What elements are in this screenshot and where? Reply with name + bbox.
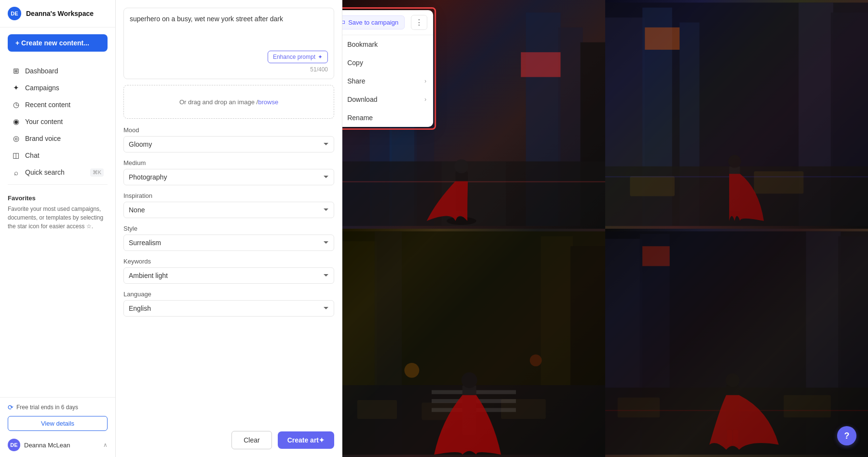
sidebar-item-your-content[interactable]: ◉ Your content	[4, 113, 111, 130]
user-info: DE Deanna McLean	[8, 439, 70, 451]
language-label: Language	[123, 291, 334, 298]
image-cell-3[interactable]	[342, 229, 605, 457]
medium-select[interactable]: Photography	[123, 169, 334, 185]
enhance-label: Enhance prompt	[273, 54, 315, 60]
sidebar-item-quick-search[interactable]: ⌕ Quick search ⌘K	[4, 164, 111, 180]
trial-info: ⟳ Free trial ends in 6 days	[8, 403, 108, 411]
context-menu-border: 🏷 Save to campaign ⋮ 🔖 Bookmark ⎘ Copy ⤴…	[342, 7, 436, 130]
svg-point-14	[454, 159, 468, 173]
sidebar-item-chat[interactable]: ◫ Chat	[4, 147, 111, 164]
more-options-button[interactable]: ⋮	[411, 15, 427, 30]
style-select[interactable]: Surrealism	[123, 235, 334, 251]
help-button[interactable]: ?	[837, 426, 856, 445]
sidebar-bottom: ⟳ Free trial ends in 6 days View details…	[0, 397, 115, 457]
svg-point-43	[461, 372, 477, 388]
workspace-name: Deanna's Workspace	[26, 10, 94, 17]
enhance-prompt-button[interactable]: Enhance prompt ✦	[268, 51, 328, 63]
image-cell-4[interactable]	[605, 229, 868, 457]
favorites-description: Favorite your most used campaigns, docum…	[8, 205, 108, 231]
share-item[interactable]: ⤴ Share ›	[342, 72, 433, 90]
svg-rect-11	[342, 181, 605, 182]
context-menu-header: 🏷 Save to campaign ⋮	[342, 10, 433, 35]
sidebar-item-label-your-content: Your content	[25, 118, 63, 125]
campaigns-icon: ✦	[12, 83, 20, 92]
context-menu-overlay: 🏷 Save to campaign ⋮ 🔖 Bookmark ⎘ Copy ⤴…	[342, 7, 436, 130]
bookmark-item[interactable]: 🔖 Bookmark	[342, 35, 433, 54]
download-item[interactable]: ⬇ Download ›	[342, 90, 433, 109]
workspace-avatar: DE	[8, 7, 21, 20]
sidebar-header: DE Deanna's Workspace	[0, 0, 115, 28]
download-label: Download	[347, 96, 377, 103]
bottom-actions: Clear Create art✦	[123, 423, 334, 449]
keywords-label: Keywords	[123, 258, 334, 265]
svg-rect-51	[642, 246, 670, 266]
sidebar-nav: ⊞ Dashboard ✦ Campaigns ◷ Recent content…	[0, 58, 115, 397]
sidebar-item-label-brand-voice: Brand voice	[25, 135, 61, 142]
sidebar-item-dashboard[interactable]: ⊞ Dashboard	[4, 63, 111, 79]
view-details-button[interactable]: View details	[8, 416, 108, 431]
sidebar-item-campaigns[interactable]: ✦ Campaigns	[4, 80, 111, 96]
drop-zone[interactable]: Or drag and drop an image / browse	[123, 85, 334, 119]
recent-content-icon: ◷	[12, 100, 20, 109]
image-cell-2[interactable]	[605, 0, 868, 229]
main-form-area: superhero on a busy, wet new york street…	[116, 0, 342, 457]
language-group: Language English	[123, 291, 334, 317]
keywords-select[interactable]: Ambient light	[123, 267, 334, 284]
rename-label: Rename	[347, 114, 373, 122]
dropzone-text: Or drag and drop an image /	[179, 98, 258, 106]
share-arrow-icon: ›	[424, 78, 426, 84]
language-select[interactable]: English	[123, 300, 334, 317]
user-name: Deanna McLean	[24, 442, 70, 449]
sidebar: DE Deanna's Workspace + Create new conte…	[0, 0, 116, 457]
sparkle-icon: ✦	[318, 54, 323, 60]
sidebar-item-brand-voice[interactable]: ◎ Brand voice	[4, 130, 111, 147]
medium-label: Medium	[123, 159, 334, 166]
svg-point-27	[728, 155, 741, 168]
chevron-up-icon[interactable]: ∧	[103, 442, 108, 448]
svg-point-36	[405, 362, 420, 377]
prompt-text[interactable]: superhero on a busy, wet new york street…	[130, 14, 328, 43]
search-icon: ⌕	[12, 168, 20, 177]
share-label: Share	[347, 77, 365, 85]
your-content-icon: ◉	[12, 117, 20, 126]
sidebar-item-label-dashboard: Dashboard	[25, 67, 58, 75]
medium-group: Medium Photography	[123, 159, 334, 185]
create-new-content-button[interactable]: + Create new content...	[8, 34, 108, 52]
sidebar-item-label-search: Quick search	[25, 168, 65, 176]
rename-item[interactable]: ✎ Rename	[342, 109, 433, 127]
sidebar-item-label-recent: Recent content	[25, 101, 70, 109]
favorites-title: Favorites	[8, 194, 108, 202]
browse-link[interactable]: browse	[258, 98, 278, 106]
download-arrow-icon: ›	[424, 96, 426, 103]
style-label: Style	[123, 225, 334, 232]
dashboard-icon: ⊞	[12, 67, 20, 75]
trial-icon: ⟳	[8, 403, 14, 411]
bookmark-label: Bookmark	[347, 41, 378, 48]
clear-button[interactable]: Clear	[231, 431, 271, 449]
copy-label: Copy	[347, 59, 363, 67]
sidebar-item-recent-content[interactable]: ◷ Recent content	[4, 97, 111, 113]
mood-select[interactable]: Gloomy	[123, 136, 334, 152]
chat-icon: ◫	[12, 151, 20, 160]
prompt-box: superhero on a busy, wet new york street…	[123, 8, 334, 79]
svg-point-55	[726, 373, 740, 387]
user-avatar: DE	[8, 439, 20, 451]
save-campaign-label: Save to campaign	[348, 19, 398, 26]
images-area: 🏷 Save to campaign ⋮ 🔖 Bookmark ⎘ Copy ⤴…	[342, 0, 868, 457]
svg-rect-56	[727, 429, 732, 444]
context-menu: 🏷 Save to campaign ⋮ 🔖 Bookmark ⎘ Copy ⤴…	[342, 10, 433, 127]
char-count: 51/400	[130, 66, 328, 73]
inspiration-label: Inspiration	[123, 192, 334, 199]
save-to-campaign-button[interactable]: 🏷 Save to campaign	[342, 15, 405, 29]
style-group: Style Surrealism	[123, 225, 334, 251]
create-art-button[interactable]: Create art✦	[278, 431, 334, 449]
nav-divider	[8, 184, 108, 185]
mood-group: Mood Gloomy	[123, 126, 334, 152]
sidebar-item-label-campaigns: Campaigns	[25, 84, 59, 92]
svg-point-37	[530, 354, 542, 366]
inspiration-select[interactable]: None	[123, 202, 334, 218]
copy-item[interactable]: ⎘ Copy	[342, 54, 433, 72]
favorites-section: Favorites Favorite your most used campai…	[0, 189, 115, 236]
svg-point-12	[447, 217, 476, 225]
svg-rect-9	[521, 52, 560, 77]
